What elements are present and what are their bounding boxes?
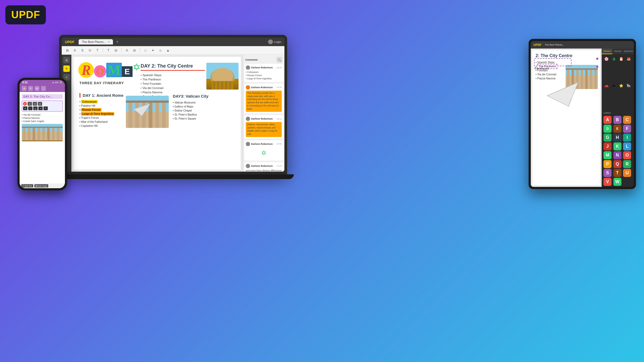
sticker-tab-signature[interactable]: Signature [623, 49, 634, 54]
sticker-item-5[interactable]: 🚗 [603, 83, 609, 89]
search-icon[interactable]: 🔍 [276, 57, 282, 63]
phone-home-icon[interactable]: 🏠 [22, 86, 27, 91]
phone-grid-icon[interactable]: ⊞ [35, 86, 39, 91]
day2-image [206, 63, 239, 90]
sticker-tab-stickers[interactable]: Stickers [602, 49, 612, 54]
toolbar-pen-icon[interactable]: A [124, 47, 130, 53]
day2-item-3: Trevi Fountain [141, 82, 205, 86]
letter-H[interactable]: H [613, 134, 621, 142]
laptop-body: UPDF The Best Places... ✕ + Login ⊞ A S … [59, 35, 287, 174]
comment-2-avatar [246, 85, 250, 90]
svg-rect-7 [225, 82, 227, 90]
phone-color-picker[interactable]: ● [23, 102, 27, 106]
day3-list: Vatican Museums Gallery of Maps Sistine … [173, 101, 226, 121]
tablet-tab-label: The Best Places... [545, 43, 564, 46]
toolbar-s-icon[interactable]: S [79, 47, 85, 53]
svg-rect-16 [162, 101, 166, 128]
tablet-device: UPDF The Best Places... 2: The City Cent… [529, 39, 636, 189]
phone-align-btn[interactable]: ≡ [38, 106, 43, 110]
toolbar-fill-icon[interactable]: ▲ [165, 47, 171, 53]
sticker-item-8[interactable]: 🎠 [626, 83, 632, 89]
sticker-tab-stamps[interactable]: Stamps [612, 49, 623, 54]
letter-A[interactable]: A [603, 116, 612, 124]
day2-section: DAY 2: The City Centre Spanish Steps The… [141, 63, 205, 99]
tab-close-icon[interactable]: ✕ [108, 40, 110, 43]
phone-edit-image-btn[interactable]: 🖼Edit Image [34, 184, 48, 187]
letter-M[interactable]: M [603, 151, 612, 159]
login-button[interactable]: Login [268, 39, 281, 44]
letter-S[interactable]: S [603, 169, 612, 177]
letter-F[interactable]: F [623, 125, 631, 133]
active-tab[interactable]: The Best Places... ✕ [79, 39, 113, 45]
letter-V[interactable]: V [603, 178, 612, 186]
letter-J[interactable]: J [603, 142, 612, 150]
letter-N[interactable]: N [613, 151, 621, 159]
letter-R[interactable]: R [623, 160, 631, 168]
phone-italic-btn[interactable]: I [28, 106, 32, 110]
letter-O[interactable]: O [623, 151, 631, 159]
letter-T[interactable]: T [613, 169, 621, 177]
sticker-item-1[interactable]: 🌸 [603, 56, 609, 62]
letter-Q[interactable]: Q [613, 160, 621, 168]
tab-label: The Best Places... [82, 40, 106, 43]
svg-rect-8 [229, 82, 231, 90]
selection-handle-br[interactable] [596, 66, 598, 68]
toolbar-a-icon[interactable]: A [72, 47, 78, 53]
right-sidebar: Comments 🔍 Darlene Robertson 15:34 • Col… [243, 55, 284, 172]
selection-handle-tr[interactable] [596, 58, 598, 60]
toolbar-grid-icon[interactable]: ⊞ [64, 47, 70, 53]
phone-edit-text-btn[interactable]: ✎Edit Text [21, 184, 33, 187]
letter-D[interactable]: D [603, 125, 612, 133]
phone-close-btn[interactable]: ✕ [43, 106, 48, 110]
toolbar-frame-icon[interactable]: □ [142, 47, 148, 53]
day1-item-palatine: Palatine Hill [79, 104, 133, 108]
toolbar-box-icon[interactable]: T [105, 47, 111, 53]
comment-1-time: 15:34 [276, 67, 282, 69]
toolbar-img-icon[interactable]: ⊟ [113, 47, 119, 53]
letter-B[interactable]: B [613, 116, 621, 124]
tablet-body: UPDF The Best Places... 2: The City Cent… [529, 39, 636, 189]
toolbar-star-icon[interactable]: ✦ [150, 47, 156, 53]
comment-4-header: Darlene Robertson 16:56 [246, 142, 282, 146]
toolbar-shape-icon[interactable]: ⊟ [131, 47, 137, 53]
letter-C[interactable]: C [623, 116, 631, 124]
phone-text-editor[interactable]: ● A 14 M B I U ≡ ✕ [22, 101, 63, 112]
login-label: Login [274, 40, 281, 43]
phone-underline-btn[interactable]: U [33, 106, 38, 110]
letter-K[interactable]: K [613, 142, 621, 150]
letter-U[interactable]: U [623, 169, 631, 177]
phone-bold-btn[interactable]: B [23, 106, 27, 110]
toolbar-user-icon[interactable]: ☺ [158, 47, 163, 53]
toolbar-u-icon[interactable]: U [87, 47, 93, 53]
sticker-item-4[interactable]: 🦊 [626, 56, 632, 62]
phone-font-bold[interactable]: M [38, 102, 42, 106]
phone-font-a[interactable]: A [28, 102, 32, 106]
phone-status-bar: 9:41 ▲ WiFi 🔋 [20, 80, 65, 85]
selection-box[interactable] [534, 58, 572, 66]
laptop-device: UPDF The Best Places... ✕ + Login ⊞ A S … [59, 35, 287, 185]
letter-L[interactable]: L [623, 142, 631, 150]
tablet-page: 2: The City Centre Spanish Steps The Pan… [532, 50, 600, 185]
phone-font-size[interactable]: 14 [33, 102, 37, 106]
comment-3-header: Darlene Robertson 16:14 [246, 117, 282, 121]
sidebar-edit-icon[interactable]: ✎ [63, 65, 70, 72]
sidebar-home-icon[interactable]: ⊞ [63, 57, 70, 63]
comment-2-author: Darlene Robertson [251, 86, 273, 89]
letter-I[interactable]: I [623, 134, 631, 142]
toolbar-t-icon[interactable]: T [94, 47, 100, 53]
comment-4: Darlene Robertson 16:56 ✡ [244, 140, 283, 161]
svg-rect-39 [590, 69, 592, 89]
tab-add-icon[interactable]: + [116, 39, 119, 44]
letter-P[interactable]: P [603, 160, 612, 168]
sticker-item-2[interactable]: 🌲 [611, 56, 617, 62]
tablet-pdf: 2: The City Centre Spanish Steps The Pan… [531, 49, 602, 187]
comment-3-avatar [246, 117, 250, 121]
letter-E[interactable]: E [613, 125, 621, 133]
letter-W[interactable]: W [613, 178, 621, 186]
sticker-item-7[interactable]: ⭐ [618, 83, 624, 89]
phone-edit-icon[interactable]: ✎ [28, 86, 33, 91]
sticker-item-6[interactable]: ➡ [611, 83, 617, 89]
sticker-item-3[interactable]: 🎅 [618, 56, 624, 62]
letter-G[interactable]: G [603, 134, 612, 142]
phone-share-icon[interactable]: ↑ [41, 86, 46, 91]
